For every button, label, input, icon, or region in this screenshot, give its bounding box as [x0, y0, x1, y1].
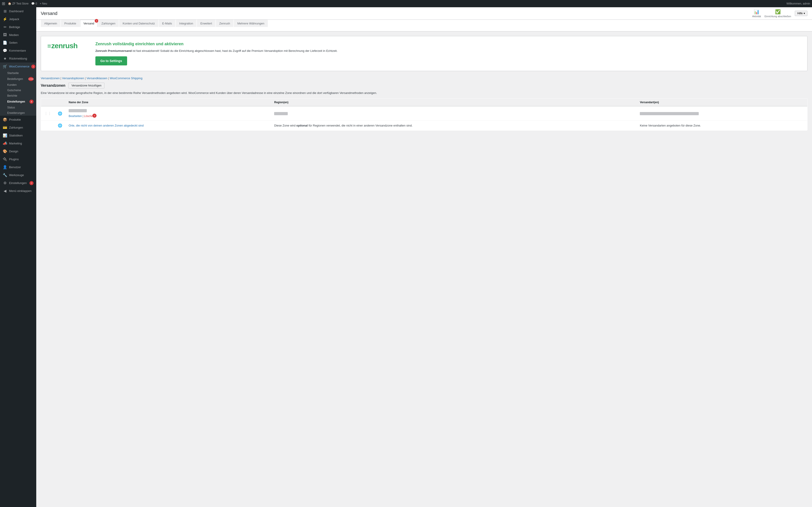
zahlungen-icon: 💳 — [3, 125, 7, 130]
nav-versandoptionen[interactable]: Versandoptionen — [62, 76, 84, 80]
hilfe-button[interactable]: Hilfe ▾ — [795, 11, 807, 16]
page-title: Versand — [41, 11, 57, 16]
tabs-container: Allgemein Produkte Versand 3 Zahlungen K… — [36, 20, 812, 32]
comment-icon: 💬 — [31, 2, 35, 5]
col-icon — [55, 99, 65, 106]
world-icon: 🌐 — [58, 124, 62, 127]
statistiken-icon: 📊 — [3, 133, 7, 137]
produkte-icon: 📦 — [3, 117, 7, 122]
sidebar-item-status[interactable]: Status — [0, 105, 36, 110]
tab-zahlungen[interactable]: Zahlungen — [98, 20, 119, 27]
sidebar-item-einstellungen[interactable]: ⚙ Einstellungen 2 — [0, 179, 36, 187]
wp-logo-icon[interactable]: ⊞ — [2, 1, 5, 6]
sidebar-item-design[interactable]: 🎨 Design — [0, 147, 36, 155]
tab-content: =zenrush Zenrush vollständig einrichten … — [36, 32, 812, 135]
optional-zone-method-cell: Keine Versandarten angeboten für diese Z… — [637, 121, 807, 130]
zone-badge-4: 4 — [92, 114, 97, 118]
collapse-icon: ◀ — [3, 189, 7, 193]
optional-zone-link[interactable]: Orte, die nicht von deinen anderen Zonen… — [69, 124, 144, 127]
zone-icon-cell: 🌐 — [55, 121, 65, 130]
tabs-bar: Allgemein Produkte Versand 3 Zahlungen K… — [41, 20, 807, 27]
sidebar-item-ruckmeldung[interactable]: ★ Rückmeldung — [0, 55, 36, 62]
sidebar-item-jetpack[interactable]: ⚡ Jetpack — [0, 15, 36, 23]
zone-name-blurred — [69, 109, 87, 112]
nav-woocommerce-shipping[interactable]: WooCommerce Shipping — [110, 76, 142, 80]
tab-integration[interactable]: Integration — [176, 20, 196, 27]
sidebar-item-plugins[interactable]: 🔌 Plugins — [0, 155, 36, 163]
zone-region-cell — [271, 106, 637, 121]
sidebar-item-einstellungen-woo[interactable]: Einstellungen 2 — [0, 99, 36, 105]
tab-allgemein[interactable]: Allgemein — [41, 20, 60, 27]
aktivitat-button[interactable]: 📊 Aktivität — [752, 9, 761, 18]
woocommerce-icon: 🛒 — [3, 64, 7, 69]
kommentare-icon: 💬 — [3, 48, 7, 53]
nav-versandzonen[interactable]: Versandzonen — [41, 76, 60, 80]
nav-versandklassen[interactable]: Versandklassen — [87, 76, 107, 80]
sidebar-item-startseite[interactable]: Startseite — [0, 70, 36, 76]
add-zone-button[interactable]: Versandzone hinzufügen — [68, 82, 104, 89]
sidebar-item-zahlungen[interactable]: 💳 Zahlungen — [0, 124, 36, 131]
home-icon: 🏠 — [8, 2, 11, 5]
sidebar-item-woocommerce[interactable]: 🛒 WooCommerce 1 — [0, 62, 36, 70]
sidebar-item-gutscheine[interactable]: Gutscheine — [0, 88, 36, 93]
seiten-icon: 📄 — [3, 41, 7, 45]
site-name[interactable]: 🏠 ZF Test Store — [8, 2, 29, 5]
zenrush-description: Zenrush Premiumversand ist fast einsatzb… — [95, 49, 801, 53]
sidebar-item-menu-collapse[interactable]: ◀ Menü einklappen — [0, 187, 36, 195]
sidebar-item-bestellungen[interactable]: Bestellungen 3.594 — [0, 76, 36, 82]
tab-zenrush[interactable]: Zenrush — [216, 20, 234, 27]
design-icon: 🎨 — [3, 149, 7, 154]
tab-versand[interactable]: Versand 3 — [80, 20, 98, 27]
sidebar-item-beitrage[interactable]: ✏ Beiträge — [0, 23, 36, 31]
tab-produkte[interactable]: Produkte — [61, 20, 80, 27]
tab-konten[interactable]: Konten und Datenschutz — [119, 20, 158, 27]
shipping-method-blurred — [640, 112, 699, 115]
beitrage-icon: ✏ — [3, 25, 7, 29]
aktivitat-icon: 📊 — [754, 9, 759, 14]
werkzeuge-icon: 🔧 — [3, 173, 7, 177]
edit-zone-link[interactable]: Bearbeiten — [69, 115, 82, 118]
woocommerce-badge: 1 — [31, 64, 35, 69]
optional-zone-region-cell: Diese Zone wird optional für Regionen ve… — [271, 121, 637, 130]
admin-bar: ⊞ 🏠 ZF Test Store 💬 0 + Neu Willkommen, … — [0, 0, 812, 7]
drag-handle-icon[interactable]: ⋮⋮ — [44, 112, 51, 115]
medien-icon: 🖼 — [3, 33, 7, 37]
sidebar-item-statistiken[interactable]: 📊 Statistiken — [0, 131, 36, 139]
zenrush-content: Zenrush vollständig einrichten und aktiv… — [95, 42, 801, 65]
sidebar-item-produkte[interactable]: 📦 Produkte — [0, 116, 36, 124]
sidebar-item-erweiterungen[interactable]: Erweiterungen — [0, 110, 36, 116]
col-region-header: Region(en) — [271, 99, 637, 106]
einstellungen-badge: 2 — [30, 181, 34, 185]
zenrush-banner: =zenrush Zenrush vollständig einrichten … — [41, 36, 807, 71]
einstellungen-woo-badge: 2 — [30, 100, 34, 104]
sidebar: ⊞ Dashboard ⚡ Jetpack ✏ Beiträge 🖼 Medie… — [0, 7, 36, 507]
sidebar-item-kommentare[interactable]: 💬 Kommentare — [0, 47, 36, 55]
bestellungen-badge: 3.594 — [28, 77, 34, 81]
zone-row-actions: Bearbeiten | Löschen 4 — [69, 115, 94, 118]
new-content-item[interactable]: + Neu — [40, 2, 47, 5]
col-drag — [41, 99, 55, 106]
benutzer-icon: 👤 — [3, 165, 7, 169]
col-method-header: Versandart(en) — [637, 99, 807, 106]
drag-handle-cell: ⋮⋮ — [41, 106, 55, 121]
marketing-icon: 📣 — [3, 141, 7, 146]
dashboard-icon: ⊞ — [3, 9, 7, 13]
sidebar-item-werkzeuge[interactable]: 🔧 Werkzeuge — [0, 171, 36, 179]
sidebar-item-benutzer[interactable]: 👤 Benutzer — [0, 163, 36, 171]
zones-description: Eine Versandzone ist eine geografische R… — [41, 91, 807, 95]
goto-settings-button[interactable]: Go to Settings — [95, 56, 127, 65]
sidebar-item-marketing[interactable]: 📣 Marketing — [0, 139, 36, 147]
tab-erweitert[interactable]: Erweitert — [197, 20, 215, 27]
sidebar-item-kunden[interactable]: Kunden — [0, 82, 36, 88]
zenrush-logo: =zenrush — [47, 42, 88, 50]
tab-mehrere[interactable]: Mehrere Währungen — [234, 20, 267, 27]
ruckmeldung-icon: ★ — [3, 56, 7, 61]
zone-name-cell[interactable]: Bearbeiten | Löschen 4 — [65, 106, 271, 121]
sidebar-item-seiten[interactable]: 📄 Seiten — [0, 39, 36, 47]
sidebar-item-dashboard[interactable]: ⊞ Dashboard — [0, 7, 36, 15]
comments-item[interactable]: 💬 0 — [31, 2, 37, 5]
sidebar-item-berichte[interactable]: Berichte — [0, 93, 36, 99]
einrichtung-button[interactable]: ✅ Einrichtung abschließen — [765, 9, 791, 18]
tab-emails[interactable]: E-Mails — [159, 20, 175, 27]
sidebar-item-medien[interactable]: 🖼 Medien — [0, 31, 36, 39]
